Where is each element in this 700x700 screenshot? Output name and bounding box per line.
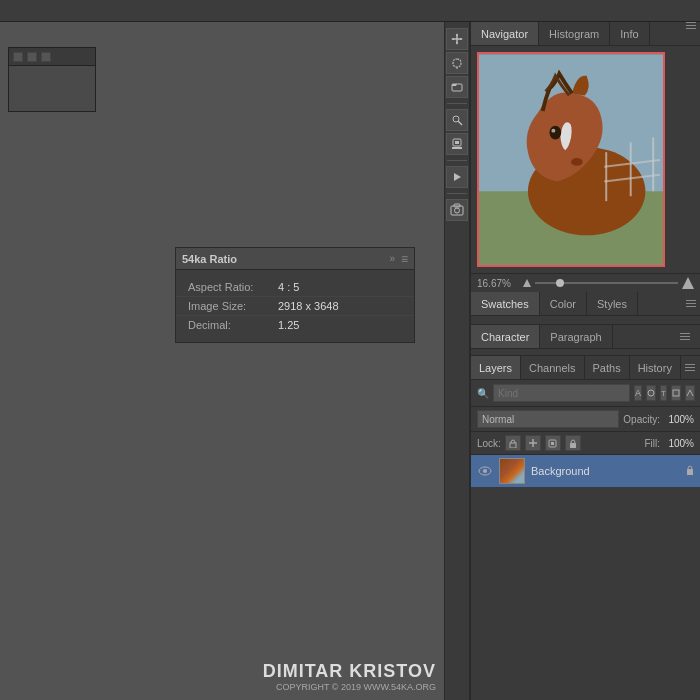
tab-styles[interactable]: Styles — [587, 292, 638, 315]
background-layer-item[interactable]: Background — [471, 455, 700, 487]
kind-row: 🔍 A T — [471, 380, 700, 407]
kind-filter-icon-1[interactable]: A — [634, 385, 642, 401]
swatches-menu-icon[interactable] — [686, 292, 700, 315]
zoom-mountain-small-icon — [523, 279, 531, 287]
swatches-tabs: Swatches Color Styles — [471, 292, 700, 316]
navigator-panel-menu-icon[interactable] — [682, 22, 700, 45]
svg-rect-27 — [673, 390, 679, 396]
camera-tool-button[interactable] — [446, 199, 468, 221]
svg-rect-30 — [510, 443, 516, 448]
svg-rect-10 — [452, 147, 462, 149]
layers-panel: Layers Channels Paths History 🔍 A — [471, 356, 700, 700]
ratio-menu-icon[interactable]: ≡ — [401, 252, 408, 266]
svg-point-18 — [549, 126, 561, 140]
svg-point-13 — [455, 208, 460, 213]
blend-opacity-row: Opacity: 100% — [471, 407, 700, 432]
nav-image-container — [471, 46, 700, 273]
character-panel-menu[interactable] — [676, 333, 694, 340]
zoom-slider-thumb[interactable] — [556, 279, 564, 287]
tab-layers[interactable]: Layers — [471, 356, 521, 379]
layers-menu-icon[interactable] — [681, 356, 700, 379]
lock-pixels-button[interactable] — [505, 435, 521, 451]
swatches-panel-menu[interactable] — [682, 300, 700, 307]
decimal-label: Decimal: — [188, 319, 278, 331]
character-content — [471, 349, 700, 355]
lock-position-button[interactable] — [525, 435, 541, 451]
kind-search-input[interactable] — [493, 384, 630, 402]
kind-filter-icon-5[interactable] — [685, 385, 695, 401]
watermark: DIMITAR KRISTOV COPYRIGHT © 2019 WWW.54K… — [263, 661, 436, 692]
tab-histogram[interactable]: Histogram — [539, 22, 610, 45]
zoom-mountain-large-icon — [682, 277, 694, 289]
mini-btn-2[interactable] — [27, 52, 37, 62]
kind-filter-icon-3[interactable]: T — [660, 385, 667, 401]
lock-all-button[interactable] — [565, 435, 581, 451]
decimal-value: 1.25 — [278, 319, 299, 331]
svg-line-29 — [690, 390, 693, 396]
layer-thumbnail — [499, 458, 525, 484]
svg-rect-38 — [687, 469, 693, 475]
svg-line-28 — [687, 390, 690, 396]
tab-paragraph[interactable]: Paragraph — [540, 325, 612, 348]
move-tool-button[interactable] — [446, 28, 468, 50]
zoom-percent-text: 16.67% — [477, 278, 519, 289]
folder-tool-button[interactable] — [446, 76, 468, 98]
top-bar — [0, 0, 700, 22]
blend-mode-input[interactable] — [477, 410, 619, 428]
play-tool-button[interactable] — [446, 166, 468, 188]
opacity-label: Opacity: — [623, 414, 660, 425]
zoom-slider-track[interactable] — [535, 282, 678, 284]
swatches-panel: Swatches Color Styles — [471, 292, 700, 325]
right-panel: Navigator Histogram Info — [470, 22, 700, 700]
tab-swatches[interactable]: Swatches — [471, 292, 540, 315]
ratio-panel-body: Aspect Ratio: 4 : 5 Image Size: 2918 x 3… — [176, 270, 414, 342]
swatches-content — [471, 316, 700, 324]
ratio-panel-icons: » ≡ — [389, 252, 408, 266]
ratio-collapse-icon[interactable]: » — [389, 253, 395, 264]
tab-info[interactable]: Info — [610, 22, 649, 45]
nav-zoom-bar: 16.67% — [471, 273, 700, 292]
svg-point-37 — [483, 469, 487, 473]
character-menu-icon[interactable] — [676, 325, 700, 348]
mini-btn-1[interactable] — [13, 52, 23, 62]
search-icon: 🔍 — [477, 388, 489, 399]
character-tabs: Character Paragraph — [471, 325, 700, 349]
tab-character[interactable]: Character — [471, 325, 540, 348]
mini-window-titlebar — [9, 48, 95, 66]
layer-visibility-icon[interactable] — [477, 463, 493, 479]
tab-color[interactable]: Color — [540, 292, 587, 315]
kind-filter-icon-4[interactable] — [671, 385, 681, 401]
svg-point-26 — [648, 390, 654, 396]
svg-rect-9 — [455, 141, 459, 144]
mini-btn-3[interactable] — [41, 52, 51, 62]
ratio-row-size: Image Size: 2918 x 3648 — [176, 297, 414, 316]
svg-point-20 — [571, 158, 583, 166]
svg-line-7 — [458, 121, 462, 125]
tab-paths[interactable]: Paths — [585, 356, 630, 379]
tab-channels[interactable]: Channels — [521, 356, 584, 379]
tab-navigator[interactable]: Navigator — [471, 22, 539, 45]
nav-image — [477, 52, 665, 267]
lasso-tool-button[interactable] — [446, 52, 468, 74]
brush-tool-button[interactable] — [446, 109, 468, 131]
image-size-value: 2918 x 3648 — [278, 300, 339, 312]
stamp-tool-button[interactable] — [446, 133, 468, 155]
svg-marker-11 — [454, 173, 461, 181]
ratio-row-decimal: Decimal: 1.25 — [176, 316, 414, 334]
mini-window — [8, 47, 96, 112]
aspect-ratio-value: 4 : 5 — [278, 281, 299, 293]
layer-name-label: Background — [531, 465, 680, 477]
lock-artboard-button[interactable] — [545, 435, 561, 451]
ratio-panel-title: 54ka Ratio — [182, 253, 237, 265]
layers-panel-menu[interactable] — [681, 364, 699, 371]
lock-label: Lock: — [477, 438, 501, 449]
ratio-panel-header: 54ka Ratio » ≡ — [176, 248, 414, 270]
layers-tabs: Layers Channels Paths History — [471, 356, 700, 380]
toolbar-divider-3 — [447, 193, 467, 194]
aspect-ratio-label: Aspect Ratio: — [188, 281, 278, 293]
image-size-label: Image Size: — [188, 300, 278, 312]
navigator-tabs: Navigator Histogram Info — [471, 22, 700, 46]
tab-history[interactable]: History — [630, 356, 681, 379]
kind-filter-icon-2[interactable] — [646, 385, 656, 401]
ratio-row-aspect: Aspect Ratio: 4 : 5 — [176, 278, 414, 297]
